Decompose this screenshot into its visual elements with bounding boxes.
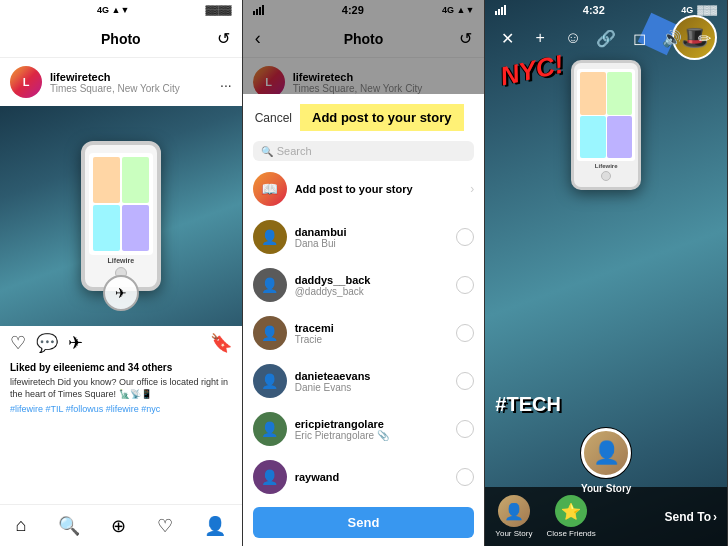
cancel-button[interactable]: Cancel (255, 111, 292, 125)
panel-1: 4G ▲▼ ▓▓▓▓ Photo ↺ L lifewiretech Times … (0, 0, 243, 546)
phone-mockup-1: Lifewire (81, 141, 161, 291)
status-signal (10, 5, 21, 15)
contact-name-2: Tracie (295, 334, 449, 345)
nav-search-1[interactable]: 🔍 (58, 515, 80, 537)
status-signal-3 (495, 5, 506, 15)
search-bar[interactable]: 🔍 Search (253, 141, 475, 161)
dots-menu-1[interactable]: ... (220, 74, 232, 90)
contact-avatar-5: 👤 (253, 460, 287, 494)
user-row-1: L lifewiretech Times Square, New York Ci… (0, 58, 242, 106)
contact-checkbox-4[interactable] (456, 420, 474, 438)
post-image-1: Lifewire ✈ (0, 106, 242, 326)
tech-sticker: #TECH (495, 393, 561, 416)
share-close-friends-label: Close Friends (546, 529, 595, 538)
comment-icon-1[interactable]: 💬 (36, 332, 58, 354)
contact-checkbox-3[interactable] (456, 372, 474, 390)
nav-home-1[interactable]: ⌂ (16, 515, 27, 536)
contact-username-3: danieteaevans (295, 370, 449, 382)
bookmark-icon-1[interactable]: 🔖 (210, 332, 232, 354)
navbar-1: ⌂ 🔍 ⊕ ♡ 👤 (0, 504, 242, 546)
modal-title: Add post to your story (300, 104, 464, 131)
contact-checkbox-5[interactable] (456, 468, 474, 486)
location-1: Times Square, New York City (50, 83, 212, 94)
contact-name-3: Danie Evans (295, 382, 449, 393)
status-time-3: 4:32 (583, 4, 605, 16)
share-icon-1[interactable]: ✈ (68, 332, 83, 354)
contact-avatar-0: 👤 (253, 220, 287, 254)
send-button-1[interactable]: ✈ (103, 275, 139, 311)
contact-item-2[interactable]: 👤 tracemi Tracie (243, 309, 485, 357)
contact-name-1: @daddys_back (295, 286, 449, 297)
add-story-item[interactable]: 📖 Add post to your story › (243, 165, 485, 213)
heart-icon-1[interactable]: ♡ (10, 332, 26, 354)
tags-1[interactable]: #lifewire #TIL #followus #lifewire #nyc (0, 402, 242, 416)
photo-header-1: Photo ↺ (0, 20, 242, 58)
arrow-icon-story: › (470, 182, 474, 196)
your-story-container[interactable]: 👤 Your Story (580, 427, 632, 494)
contact-checkbox-1[interactable] (456, 276, 474, 294)
share-bar: 👤 Your Story ⭐ Close Friends Send To › (485, 487, 727, 546)
nav-add-1[interactable]: ⊕ (111, 515, 126, 537)
phone-mockup-3: Lifewire (571, 60, 641, 190)
contact-username-5: raywand (295, 471, 449, 483)
contact-item-4[interactable]: 👤 ericpietrangolare Eric Pietrangolare 📎 (243, 405, 485, 453)
contact-username-1: daddys__back (295, 274, 449, 286)
statusbar-3: 4:32 4G▓▓▓ (485, 0, 727, 20)
send-to-arrow: › (713, 510, 717, 524)
panel-3: NYC! 🎩 #TECH 4:32 4G▓▓▓ ✕ + ☺ 🔗 ◻ 🔊 ✏ (485, 0, 728, 546)
contact-username-4: ericpietrangolare (295, 418, 449, 430)
likes-text-1: Liked by eileeniemc and 34 others (0, 360, 242, 375)
contact-item-1[interactable]: 👤 daddys__back @daddys_back (243, 261, 485, 309)
add-story-label: Add post to your story (295, 183, 463, 195)
contact-avatar-1: 👤 (253, 268, 287, 302)
status-network: 4G ▲▼ (97, 5, 129, 15)
share-your-story-label: Your Story (495, 529, 532, 538)
avatar-1: L (10, 66, 42, 98)
contact-item-0[interactable]: 👤 danambui Dana Bui (243, 213, 485, 261)
share-close-friends[interactable]: ⭐ Close Friends (546, 495, 595, 538)
add-icon-3[interactable]: + (526, 29, 554, 47)
send-button-modal[interactable]: Send (253, 507, 475, 538)
send-to-label: Send To (665, 510, 711, 524)
share-your-story-avatar: 👤 (498, 495, 530, 527)
contact-avatar-4: 👤 (253, 412, 287, 446)
send-to-button[interactable]: Send To › (665, 510, 717, 524)
post-actions-1: ♡ 💬 ✈ 🔖 (0, 326, 242, 360)
contact-checkbox-2[interactable] (456, 324, 474, 342)
nav-heart-1[interactable]: ♡ (157, 515, 173, 537)
emoji-icon-3[interactable]: ☺ (559, 29, 587, 47)
caption-1: lifewiretech Did you know? Our office is… (0, 375, 242, 402)
pen-icon-3[interactable]: ✏ (691, 29, 719, 48)
header-title-1: Photo (101, 31, 141, 47)
share-your-story[interactable]: 👤 Your Story (495, 495, 532, 538)
username-1[interactable]: lifewiretech (50, 71, 212, 83)
contact-avatar-2: 👤 (253, 316, 287, 350)
contact-checkbox-0[interactable] (456, 228, 474, 246)
contact-avatar-3: 👤 (253, 364, 287, 398)
search-icon: 🔍 (261, 146, 273, 157)
status-battery: ▓▓▓▓ (205, 5, 231, 15)
contact-name-0: Dana Bui (295, 238, 449, 249)
panel-2: 4:29 4G ▲▼ ‹ Photo ↺ L lifewiretech Time… (243, 0, 486, 546)
contact-name-4: Eric Pietrangolare 📎 (295, 430, 449, 441)
contact-username-0: danambui (295, 226, 449, 238)
search-input[interactable]: Search (277, 145, 312, 157)
close-icon-3[interactable]: ✕ (493, 29, 521, 48)
sound-icon-3[interactable]: 🔊 (658, 29, 686, 48)
contact-username-2: tracemi (295, 322, 449, 334)
modal-header: Cancel Add post to your story (243, 94, 485, 137)
refresh-icon-1[interactable]: ↺ (217, 29, 230, 48)
story-avatar: 📖 (253, 172, 287, 206)
statusbar-1: 4G ▲▼ ▓▓▓▓ (0, 0, 242, 20)
your-story-avatar: 👤 (580, 427, 632, 479)
link-icon-3[interactable]: 🔗 (592, 29, 620, 48)
status-battery-3: 4G▓▓▓ (681, 5, 717, 15)
contact-item-5[interactable]: 👤 raywand (243, 453, 485, 501)
your-story-label: Your Story (581, 483, 631, 494)
share-modal: Cancel Add post to your story 🔍 Search 📖… (243, 94, 485, 546)
contact-item-3[interactable]: 👤 danieteaevans Danie Evans (243, 357, 485, 405)
nav-profile-1[interactable]: 👤 (204, 515, 226, 537)
toolbar-3: ✕ + ☺ 🔗 ◻ 🔊 ✏ (485, 20, 727, 56)
tag-icon-3[interactable]: ◻ (625, 29, 653, 48)
share-close-friends-avatar: ⭐ (555, 495, 587, 527)
